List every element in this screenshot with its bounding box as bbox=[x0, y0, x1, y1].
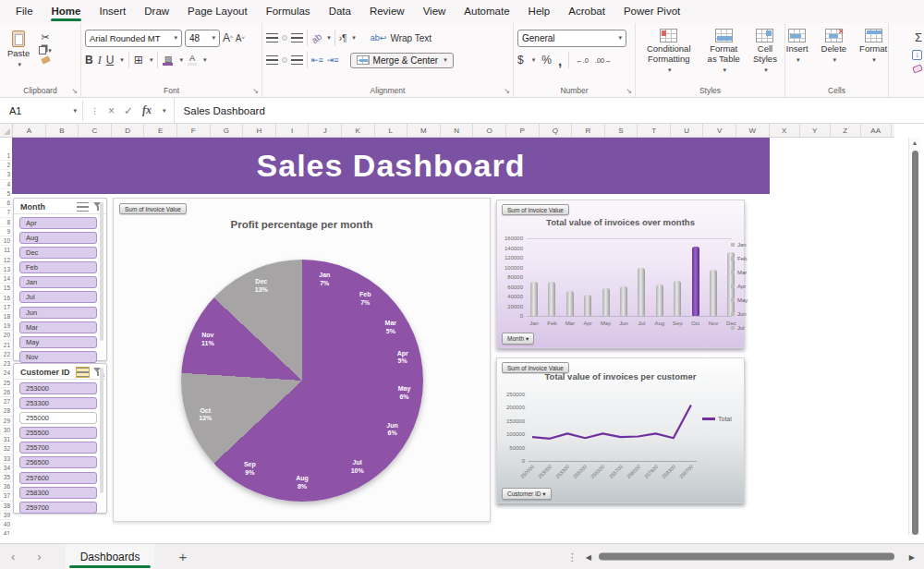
row-header-19[interactable]: 19 bbox=[0, 321, 12, 331]
column-header-AA[interactable]: AA bbox=[861, 124, 892, 137]
column-header-V[interactable]: V bbox=[703, 124, 736, 137]
ribbon-tab-automate[interactable]: Automate bbox=[456, 2, 517, 21]
row-header-16[interactable]: 16 bbox=[0, 294, 12, 303]
enter-icon[interactable]: ✓ bbox=[124, 104, 133, 117]
format-cells-button[interactable]: Format▾ bbox=[856, 27, 891, 84]
clear-icon[interactable] bbox=[912, 65, 923, 74]
row-header-22[interactable]: 22 bbox=[0, 350, 12, 359]
borders-icon[interactable]: ⊞ bbox=[134, 54, 143, 67]
formula-input[interactable]: Sales Dashboard bbox=[174, 98, 924, 123]
row-header-24[interactable]: 24 bbox=[0, 369, 12, 378]
text-direction-icon[interactable]: ›¶ bbox=[339, 33, 347, 43]
scroll-up-icon[interactable]: ▲ bbox=[909, 138, 920, 149]
ribbon-tab-view[interactable]: View bbox=[415, 2, 455, 21]
column-header-I[interactable]: I bbox=[276, 124, 310, 137]
grid-body[interactable]: 1234567891011121314151617181920212223242… bbox=[0, 138, 924, 543]
customer-id-slicer[interactable]: Customer ID × 25300025330025500025550025… bbox=[13, 363, 107, 514]
slicer-item-Mar[interactable]: Mar bbox=[19, 321, 97, 333]
ribbon-tab-insert[interactable]: Insert bbox=[91, 2, 134, 21]
slicer-item-258300[interactable]: 258300 bbox=[19, 487, 97, 499]
slicer-item-256500[interactable]: 256500 bbox=[19, 456, 97, 468]
align-bottom-icon[interactable] bbox=[291, 33, 303, 42]
column-header-O[interactable]: O bbox=[473, 124, 506, 137]
slicer-item-257600[interactable]: 257600 bbox=[19, 472, 97, 484]
column-header-X[interactable]: X bbox=[770, 124, 800, 137]
column-header-R[interactable]: R bbox=[572, 124, 605, 137]
row-header-36[interactable]: 36 bbox=[0, 482, 12, 491]
row-header-4[interactable]: 4 bbox=[0, 180, 12, 189]
prev-sheet-icon[interactable]: ‹ bbox=[0, 550, 26, 563]
month-slicer[interactable]: Month AprAugDecFebJanJulJunMarMayNov bbox=[13, 198, 107, 361]
slicer-item-253000[interactable]: 253000 bbox=[19, 382, 97, 394]
merge-center-button[interactable]: Merge & Center ▾ bbox=[350, 53, 454, 68]
ribbon-tab-formulas[interactable]: Formulas bbox=[258, 2, 319, 21]
scroll-left-icon[interactable]: ◀ bbox=[586, 552, 591, 561]
percent-icon[interactable]: % bbox=[541, 54, 552, 67]
row-header-26[interactable]: 26 bbox=[0, 388, 12, 397]
copy-icon[interactable]: ▾ bbox=[39, 46, 52, 54]
column-header-U[interactable]: U bbox=[671, 124, 704, 137]
column-header-T[interactable]: T bbox=[638, 124, 671, 137]
number-dialog-launcher[interactable]: ↘ bbox=[626, 87, 632, 95]
value-field-button[interactable]: Sum of Invoice Value bbox=[119, 203, 187, 214]
cell-styles-button[interactable]: Cell Styles▾ bbox=[749, 27, 781, 84]
row-header-25[interactable]: 25 bbox=[0, 379, 12, 388]
row-header-3[interactable]: 3 bbox=[0, 170, 12, 179]
slicer-scrollbar[interactable] bbox=[100, 368, 103, 493]
paste-button[interactable]: Paste ▾ bbox=[4, 27, 33, 84]
slicer-item-255700[interactable]: 255700 bbox=[19, 442, 97, 454]
font-dialog-launcher[interactable]: ↘ bbox=[252, 87, 259, 95]
row-header-30[interactable]: 30 bbox=[0, 426, 12, 435]
slicer-item-Jan[interactable]: Jan bbox=[19, 276, 97, 288]
decrease-indent-icon[interactable]: ⇤≡ bbox=[311, 55, 323, 65]
clipboard-dialog-launcher[interactable]: ↘ bbox=[71, 87, 78, 95]
align-middle-icon[interactable] bbox=[282, 35, 287, 41]
row-header-10[interactable]: 10 bbox=[0, 236, 12, 246]
format-painter-icon[interactable] bbox=[39, 57, 52, 63]
row-header-28[interactable]: 28 bbox=[0, 406, 12, 416]
currency-icon[interactable]: $ bbox=[517, 54, 524, 67]
row-header-31[interactable]: 31 bbox=[0, 435, 12, 444]
multi-select-icon[interactable] bbox=[77, 368, 89, 377]
font-color-icon[interactable]: A bbox=[188, 54, 197, 66]
row-header-34[interactable]: 34 bbox=[0, 464, 12, 473]
row-header-14[interactable]: 14 bbox=[0, 274, 12, 284]
horizontal-scroll-thumb[interactable] bbox=[599, 553, 894, 561]
column-header-C[interactable]: C bbox=[79, 124, 112, 137]
row-header-27[interactable]: 27 bbox=[0, 397, 12, 406]
select-all-corner[interactable] bbox=[0, 124, 13, 137]
ribbon-tab-home[interactable]: Home bbox=[43, 2, 90, 21]
row-header-20[interactable]: 20 bbox=[0, 331, 12, 340]
row-header-17[interactable]: 17 bbox=[0, 303, 12, 312]
column-header-Q[interactable]: Q bbox=[540, 124, 573, 137]
row-header-8[interactable]: 8 bbox=[0, 218, 12, 227]
value-field-button[interactable]: Sum of Invoice Value bbox=[502, 204, 569, 215]
row-header-2[interactable]: 2 bbox=[0, 161, 12, 170]
bar-chart-card[interactable]: Sum of Invoice Value Total value of invo… bbox=[496, 200, 745, 348]
column-header-W[interactable]: W bbox=[736, 124, 770, 137]
column-header-L[interactable]: L bbox=[375, 124, 408, 137]
vertical-scroll-thumb[interactable] bbox=[912, 151, 918, 535]
ribbon-tab-review[interactable]: Review bbox=[361, 2, 413, 21]
wrap-text-icon[interactable]: ab↩ bbox=[371, 33, 387, 42]
slicer-item-Apr[interactable]: Apr bbox=[19, 217, 97, 229]
slicer-item-Nov[interactable]: Nov bbox=[19, 351, 97, 363]
row-header-32[interactable]: 32 bbox=[0, 444, 12, 454]
slicer-item-Aug[interactable]: Aug bbox=[19, 232, 97, 244]
align-top-icon[interactable] bbox=[266, 33, 278, 42]
ribbon-tab-power-pivot[interactable]: Power Pivot bbox=[615, 2, 688, 21]
multi-select-icon[interactable] bbox=[77, 202, 89, 212]
autosum-icon[interactable]: Σ bbox=[915, 30, 922, 44]
month-field-button[interactable]: Month ▾ bbox=[502, 333, 534, 345]
column-header-Z[interactable]: Z bbox=[831, 124, 861, 137]
align-right-icon[interactable] bbox=[291, 55, 303, 65]
column-header-K[interactable]: K bbox=[342, 124, 375, 137]
decrease-font-icon[interactable]: A˅ bbox=[236, 33, 245, 43]
conditional-formatting-button[interactable]: Conditional Formatting▾ bbox=[639, 27, 699, 84]
italic-button[interactable]: I bbox=[98, 54, 102, 67]
row-header-6[interactable]: 6 bbox=[0, 199, 12, 208]
tabbar-more-icon[interactable]: ⋮ bbox=[567, 551, 578, 563]
ribbon-tab-data[interactable]: Data bbox=[321, 2, 359, 21]
row-header-40[interactable]: 40 bbox=[0, 520, 12, 529]
number-format-combo[interactable]: General▾ bbox=[517, 30, 626, 47]
